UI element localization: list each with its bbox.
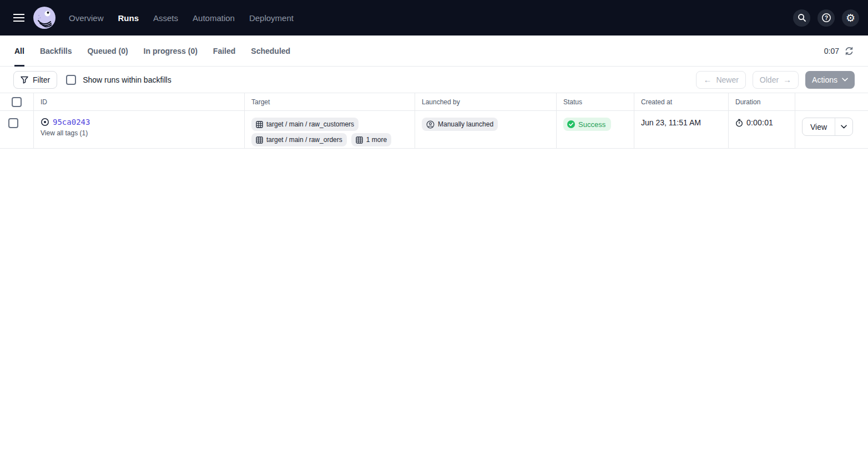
select-all-checkbox[interactable] [12, 97, 22, 107]
nav-item-assets[interactable]: Assets [153, 13, 178, 23]
target-cell: target / main / raw_customers [244, 111, 415, 148]
run-id-cell: 95ca0243 View all tags (1) [33, 111, 244, 148]
row-actions-cell: View [795, 111, 868, 148]
column-header-launched-by: Launched by [415, 93, 556, 110]
actions-button[interactable]: Actions [805, 71, 855, 89]
row-checkbox[interactable] [8, 118, 18, 128]
launched-by-cell: Manually launched [415, 111, 556, 148]
view-all-tags-link[interactable]: View all tags (1) [41, 129, 238, 137]
filter-button[interactable]: Filter [13, 71, 57, 89]
newer-button-label: Newer [716, 75, 738, 84]
nav-item-runs[interactable]: Runs [118, 13, 139, 23]
filter-button-label: Filter [33, 75, 50, 84]
help-icon[interactable]: ? [817, 9, 835, 27]
column-header-created-at: Created at [634, 93, 728, 110]
dagster-logo-icon[interactable] [33, 7, 55, 29]
run-id-link[interactable]: 95ca0243 [53, 118, 90, 126]
target-more-tag[interactable]: 1 more [351, 133, 391, 146]
user-icon [426, 120, 435, 129]
menu-icon[interactable] [8, 7, 30, 29]
tab-backfills[interactable]: Backfills [40, 35, 72, 66]
target-tag-label: target / main / raw_customers [266, 120, 354, 128]
refresh-countdown: 0:07 [824, 47, 839, 55]
primary-nav: Overview Runs Assets Automation Deployme… [69, 13, 294, 23]
tab-queued[interactable]: Queued (0) [87, 35, 128, 66]
funnel-icon [21, 76, 28, 84]
success-check-icon [567, 120, 575, 128]
status-label: Success [578, 120, 605, 129]
top-nav: Overview Runs Assets Automation Deployme… [0, 0, 868, 35]
svg-text:?: ? [824, 15, 827, 21]
table-grid-icon [356, 136, 363, 144]
view-caret-button[interactable] [835, 118, 852, 135]
column-header-id: ID [33, 93, 244, 110]
settings-gear-icon[interactable]: ⚙ [842, 9, 859, 27]
target-tag[interactable]: target / main / raw_orders [251, 133, 347, 146]
target-tag[interactable]: target / main / raw_customers [251, 118, 359, 131]
launched-by-label: Manually launched [438, 120, 493, 128]
chevron-down-icon [842, 78, 848, 82]
table-row: 95ca0243 View all tags (1) [0, 111, 868, 149]
launched-by-tag[interactable]: Manually launched [422, 118, 498, 131]
status-cell: Success [556, 111, 634, 148]
status-badge: Success [563, 118, 611, 131]
table-grid-icon [256, 136, 263, 144]
table-grid-icon [256, 121, 263, 128]
runs-toolbar: Filter Show runs within backfills ← Newe… [0, 67, 868, 93]
column-header-target: Target [244, 93, 415, 110]
tab-failed[interactable]: Failed [213, 35, 235, 66]
show-backfills-label: Show runs within backfills [83, 75, 171, 84]
duration-cell: 0:00:01 [728, 111, 795, 148]
arrow-left-icon: ← [703, 75, 711, 84]
run-status-icon [41, 118, 49, 126]
view-button[interactable]: View [803, 118, 835, 135]
search-icon[interactable] [793, 9, 810, 27]
runs-tabbar: All Backfills Queued (0) In progress (0)… [0, 35, 868, 67]
nav-item-deployment[interactable]: Deployment [249, 13, 294, 23]
show-backfills-toggle[interactable]: Show runs within backfills [66, 75, 171, 85]
column-header-status: Status [556, 93, 634, 110]
older-button-label: Older [760, 75, 779, 84]
stopwatch-icon [735, 119, 743, 127]
target-tag-label: target / main / raw_orders [266, 136, 342, 144]
nav-item-automation[interactable]: Automation [193, 13, 235, 23]
target-more-label: 1 more [366, 136, 387, 144]
show-backfills-checkbox[interactable] [66, 75, 76, 85]
tab-in-progress[interactable]: In progress (0) [144, 35, 198, 66]
chevron-down-icon [841, 125, 847, 129]
column-header-actions [795, 93, 868, 110]
nav-item-overview[interactable]: Overview [69, 13, 104, 23]
newer-button[interactable]: ← Newer [696, 71, 745, 89]
tab-all[interactable]: All [14, 35, 24, 66]
view-split-button: View [802, 118, 853, 136]
older-button[interactable]: Older → [753, 71, 799, 89]
arrow-right-icon: → [783, 75, 791, 84]
table-header-row: ID Target Launched by Status Created at … [0, 93, 868, 111]
duration-value: 0:00:01 [746, 118, 773, 127]
tab-scheduled[interactable]: Scheduled [251, 35, 290, 66]
actions-button-label: Actions [812, 75, 837, 84]
column-header-duration: Duration [728, 93, 795, 110]
created-at-value: Jun 23, 11:51 AM [641, 118, 701, 127]
refresh-icon[interactable] [845, 47, 854, 55]
runs-table: ID Target Launched by Status Created at … [0, 93, 868, 149]
created-at-cell: Jun 23, 11:51 AM [634, 111, 728, 148]
